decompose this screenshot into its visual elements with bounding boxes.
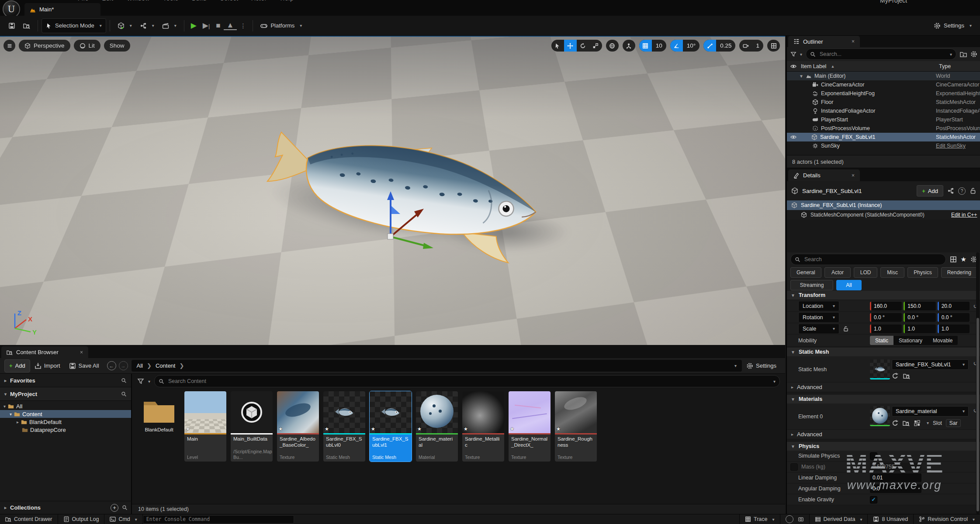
component-row-instance[interactable]: Sardine_FBX_SubLvl1 (Instance) [787,200,980,210]
scale-snap-toggle[interactable] [703,40,716,52]
add-collection-icon[interactable]: + [111,504,118,512]
blueprint-nodes-icon[interactable] [947,187,954,194]
project-section[interactable]: ▾MyProject [0,387,131,401]
forward-button[interactable]: → [119,361,128,370]
mobility-movable[interactable]: Movable [928,336,958,345]
close-icon[interactable]: × [80,349,83,355]
add-actor-button[interactable]: ▾ [114,19,136,33]
section-materials[interactable]: ▼Materials [787,395,980,403]
advanced-static-mesh[interactable]: ▸Advanced [787,383,980,392]
scale-dropdown[interactable]: Scale▾ [798,324,839,334]
scale-tool-button[interactable] [589,40,602,52]
material-thumbnail[interactable] [870,406,890,426]
section-static-mesh[interactable]: ▼Static Mesh [787,348,980,356]
move-tool-button[interactable] [564,40,577,52]
scrollbar-thumb[interactable] [977,318,979,511]
rotation-x-field[interactable]: 0.0 ° [870,313,902,322]
outliner-row[interactable]: InstancedFoliageActor InstancedFoliageAc… [787,107,980,115]
grid-snap-toggle[interactable] [639,40,652,52]
outliner-row[interactable]: SunSky Edit SunSky [787,141,980,150]
insights-icon[interactable] [786,515,793,523]
grid-snap-value[interactable]: 10 [652,40,666,52]
location-dropdown[interactable]: Location▾ [798,301,839,311]
output-log-button[interactable]: Output Log [58,514,105,524]
rotation-snap-toggle[interactable] [670,40,683,52]
chip-streaming[interactable]: Streaming [790,280,833,290]
stop-button[interactable]: ■ [213,21,223,30]
asset-main[interactable]: ★ MainLevel [184,391,226,462]
rotation-dropdown[interactable]: Rotation▾ [798,312,839,323]
chip-general[interactable]: General [790,267,821,278]
level-tab[interactable]: Main* [24,3,100,16]
tree-item-blankdefault[interactable]: ▸ BlankDefault [0,418,131,426]
asset-sardine-normal[interactable]: ★ Sardine_Normal_DirectX_Texture [509,391,551,462]
asset-sardine-roughness[interactable]: ★ Sardine_RoughnessTexture [555,391,597,462]
selection-mode-dropdown[interactable]: Selection Mode ▾ [42,18,106,33]
select-tool-button[interactable] [551,40,564,52]
cb-settings-button[interactable]: Settings [742,360,781,372]
play-button[interactable]: ▶ [188,21,200,30]
outliner-row[interactable]: Floor StaticMeshActor [787,98,980,107]
eject-button[interactable]: ▲ [224,21,237,30]
search-icon[interactable] [121,391,127,397]
cb-save-all-button[interactable]: Save All [65,360,104,372]
tree-item-content-selected[interactable]: ▾ Content [0,410,131,418]
advanced-materials[interactable]: ▸Advanced [787,430,980,439]
scale-x-field[interactable]: 1.0 [870,324,902,333]
location-z-field[interactable]: 20.0 [938,302,970,310]
section-transform[interactable]: ▼Transform [787,291,980,300]
favorites-section[interactable]: ▸Favorites [0,374,131,387]
toolbar-settings-dropdown[interactable]: Settings ▾ [930,19,976,33]
breadcrumb-all[interactable]: All [137,362,143,369]
details-search-box[interactable] [790,254,946,265]
transform-gizmo[interactable] [375,188,440,253]
cb-search-box[interactable]: ▾ [154,375,780,387]
column-item-label[interactable]: Item Label [801,63,826,69]
platforms-dropdown[interactable]: Platforms ▾ [256,19,306,33]
outliner-row-selected[interactable]: Sardine_FBX_SubLvl1 StaticMeshActor [787,133,980,141]
view-mode-dropdown[interactable]: Lit [74,40,100,52]
outliner-row-main[interactable]: ▼ Main (Editor) World [787,72,980,80]
surface-snapping-button[interactable] [623,40,635,52]
asset-sardine-fbx-sublvl1-selected[interactable]: ★ Sardine_FBX_SubLvl1Static Mesh [370,391,412,462]
browse-to-asset-icon[interactable] [903,420,910,427]
outliner-row[interactable]: CineCameraActor CineCameraActor [787,80,980,89]
outliner-search-box[interactable]: ▾ [806,48,956,60]
component-row-staticmesh[interactable]: StaticMeshComponent (StaticMeshComponent… [787,210,980,220]
column-type[interactable]: Type [939,63,951,69]
browse-to-asset-icon[interactable] [903,372,910,379]
search-icon[interactable] [121,378,127,383]
edit-sunsky-link[interactable]: Edit SunSky [936,143,980,149]
gizmo-x-axis[interactable] [391,213,419,237]
simulate-physics-checkbox[interactable] [870,452,877,460]
unsaved-button[interactable]: 8 Unsaved [867,514,913,524]
display-grid-icon[interactable] [950,256,957,263]
cb-add-button[interactable]: +Add [4,359,30,372]
details-search-input[interactable] [803,256,942,263]
details-scrollbar[interactable] [976,252,980,514]
chip-rendering[interactable]: Rendering [941,267,977,278]
asset-sardine-fbx-sublvl0[interactable]: ★ Sardine_FBX_SubLvl0Static Mesh [323,391,365,462]
linear-damping-field[interactable]: 0.01 [870,473,921,482]
asset-blankdefault[interactable]: BlankDefault [138,391,180,432]
chip-actor[interactable]: Actor [824,267,851,278]
scale-snap-value[interactable]: 0.25 [716,40,735,52]
snapshot-icon[interactable] [798,516,804,522]
use-selected-icon[interactable] [892,420,899,427]
trace-dropdown[interactable]: Trace ▾ [739,514,780,524]
browse-content-button[interactable] [19,19,34,33]
help-icon[interactable]: ? [958,187,966,195]
mobility-static[interactable]: Static [870,336,893,345]
chip-misc[interactable]: Misc [880,267,904,278]
rotation-snap-value[interactable]: 10° [683,40,700,52]
eye-icon[interactable] [790,134,796,140]
gear-icon[interactable] [970,51,977,58]
world-local-toggle[interactable] [606,40,619,52]
favorites-star-icon[interactable]: ★ [961,255,966,263]
asset-sardine-material[interactable]: ★ Sardine_materialMaterial [416,391,458,462]
chip-all[interactable]: All [836,280,862,290]
outliner-row[interactable]: PlayerStart PlayerStart [787,115,980,124]
viewport-3d[interactable]: Perspective Lit Show 10 [0,36,785,345]
breadcrumb-content[interactable]: Content [156,362,176,369]
texture-pattern-icon[interactable] [914,420,921,427]
